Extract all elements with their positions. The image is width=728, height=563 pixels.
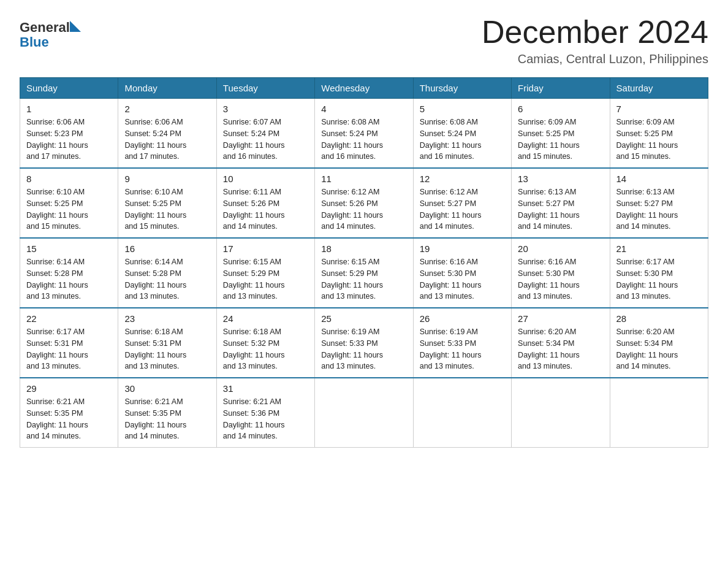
calendar-cell: 18 Sunrise: 6:15 AM Sunset: 5:29 PM Dayl… (315, 238, 413, 308)
logo-svg: General Blue (20, 15, 93, 48)
calendar-cell: 1 Sunrise: 6:06 AM Sunset: 5:23 PM Dayli… (20, 99, 118, 169)
day-info: Sunrise: 6:21 AM Sunset: 5:36 PM Dayligh… (223, 396, 308, 442)
day-number: 30 (124, 383, 210, 394)
calendar-header-friday: Friday (512, 78, 610, 99)
day-number: 16 (124, 243, 210, 254)
calendar-cell (610, 378, 708, 448)
calendar-cell: 28 Sunrise: 6:20 AM Sunset: 5:34 PM Dayl… (610, 308, 708, 378)
calendar-header-row: SundayMondayTuesdayWednesdayThursdayFrid… (20, 78, 708, 99)
day-number: 3 (223, 104, 308, 114)
day-info: Sunrise: 6:08 AM Sunset: 5:24 PM Dayligh… (321, 117, 406, 163)
day-number: 13 (518, 174, 603, 184)
day-number: 22 (26, 313, 112, 324)
calendar-cell: 7 Sunrise: 6:09 AM Sunset: 5:25 PM Dayli… (610, 99, 708, 169)
day-info: Sunrise: 6:10 AM Sunset: 5:25 PM Dayligh… (26, 186, 112, 232)
main-title: December 2024 (482, 15, 708, 50)
calendar-cell: 5 Sunrise: 6:08 AM Sunset: 5:24 PM Dayli… (413, 99, 511, 169)
day-number: 6 (518, 104, 603, 114)
calendar-cell: 13 Sunrise: 6:13 AM Sunset: 5:27 PM Dayl… (512, 168, 610, 238)
day-number: 10 (223, 174, 308, 184)
title-block: December 2024 Camias, Central Luzon, Phi… (482, 15, 708, 66)
day-number: 12 (420, 174, 505, 184)
day-info: Sunrise: 6:18 AM Sunset: 5:32 PM Dayligh… (223, 326, 308, 372)
day-number: 23 (124, 313, 210, 324)
day-number: 15 (26, 243, 112, 254)
day-info: Sunrise: 6:21 AM Sunset: 5:35 PM Dayligh… (26, 396, 112, 442)
day-info: Sunrise: 6:12 AM Sunset: 5:26 PM Dayligh… (321, 186, 406, 232)
calendar-cell: 27 Sunrise: 6:20 AM Sunset: 5:34 PM Dayl… (512, 308, 610, 378)
day-number: 31 (223, 383, 308, 394)
day-number: 24 (223, 313, 308, 324)
day-number: 8 (26, 174, 112, 184)
day-number: 28 (616, 313, 702, 324)
day-info: Sunrise: 6:15 AM Sunset: 5:29 PM Dayligh… (223, 256, 308, 302)
day-info: Sunrise: 6:06 AM Sunset: 5:23 PM Dayligh… (26, 117, 112, 163)
day-info: Sunrise: 6:19 AM Sunset: 5:33 PM Dayligh… (321, 326, 406, 372)
calendar-week-row: 8 Sunrise: 6:10 AM Sunset: 5:25 PM Dayli… (20, 168, 708, 238)
calendar-cell (315, 378, 413, 448)
day-info: Sunrise: 6:14 AM Sunset: 5:28 PM Dayligh… (124, 256, 210, 302)
calendar-cell: 9 Sunrise: 6:10 AM Sunset: 5:25 PM Dayli… (118, 168, 216, 238)
calendar-cell: 20 Sunrise: 6:16 AM Sunset: 5:30 PM Dayl… (512, 238, 610, 308)
logo: General Blue (20, 15, 93, 48)
day-info: Sunrise: 6:07 AM Sunset: 5:24 PM Dayligh… (223, 117, 308, 163)
calendar-table: SundayMondayTuesdayWednesdayThursdayFrid… (20, 77, 708, 448)
calendar-header-saturday: Saturday (610, 78, 708, 99)
calendar-header-wednesday: Wednesday (315, 78, 413, 99)
day-number: 19 (420, 243, 505, 254)
calendar-cell: 4 Sunrise: 6:08 AM Sunset: 5:24 PM Dayli… (315, 99, 413, 169)
calendar-header-thursday: Thursday (413, 78, 511, 99)
day-info: Sunrise: 6:16 AM Sunset: 5:30 PM Dayligh… (518, 256, 603, 302)
calendar-cell: 21 Sunrise: 6:17 AM Sunset: 5:30 PM Dayl… (610, 238, 708, 308)
day-number: 1 (26, 104, 112, 114)
calendar-cell: 23 Sunrise: 6:18 AM Sunset: 5:31 PM Dayl… (118, 308, 216, 378)
day-info: Sunrise: 6:19 AM Sunset: 5:33 PM Dayligh… (420, 326, 505, 372)
calendar-week-row: 1 Sunrise: 6:06 AM Sunset: 5:23 PM Dayli… (20, 99, 708, 169)
day-info: Sunrise: 6:17 AM Sunset: 5:30 PM Dayligh… (616, 256, 702, 302)
day-info: Sunrise: 6:10 AM Sunset: 5:25 PM Dayligh… (124, 186, 210, 232)
svg-marker-1 (70, 21, 81, 32)
day-number: 26 (420, 313, 505, 324)
day-number: 9 (124, 174, 210, 184)
calendar-cell: 25 Sunrise: 6:19 AM Sunset: 5:33 PM Dayl… (315, 308, 413, 378)
logo-text: General Blue (20, 15, 93, 48)
calendar-cell: 29 Sunrise: 6:21 AM Sunset: 5:35 PM Dayl… (20, 378, 118, 448)
calendar-cell: 16 Sunrise: 6:14 AM Sunset: 5:28 PM Dayl… (118, 238, 216, 308)
day-info: Sunrise: 6:13 AM Sunset: 5:27 PM Dayligh… (616, 186, 702, 232)
day-number: 11 (321, 174, 406, 184)
calendar-cell: 11 Sunrise: 6:12 AM Sunset: 5:26 PM Dayl… (315, 168, 413, 238)
calendar-cell: 30 Sunrise: 6:21 AM Sunset: 5:35 PM Dayl… (118, 378, 216, 448)
day-info: Sunrise: 6:20 AM Sunset: 5:34 PM Dayligh… (616, 326, 702, 372)
day-number: 29 (26, 383, 112, 394)
calendar-cell (413, 378, 511, 448)
calendar-cell: 26 Sunrise: 6:19 AM Sunset: 5:33 PM Dayl… (413, 308, 511, 378)
calendar-week-row: 29 Sunrise: 6:21 AM Sunset: 5:35 PM Dayl… (20, 378, 708, 448)
calendar-cell: 10 Sunrise: 6:11 AM Sunset: 5:26 PM Dayl… (216, 168, 314, 238)
day-number: 7 (616, 104, 702, 114)
day-number: 17 (223, 243, 308, 254)
calendar-week-row: 22 Sunrise: 6:17 AM Sunset: 5:31 PM Dayl… (20, 308, 708, 378)
calendar-header-tuesday: Tuesday (216, 78, 314, 99)
calendar-cell: 6 Sunrise: 6:09 AM Sunset: 5:25 PM Dayli… (512, 99, 610, 169)
day-info: Sunrise: 6:09 AM Sunset: 5:25 PM Dayligh… (616, 117, 702, 163)
calendar-cell: 15 Sunrise: 6:14 AM Sunset: 5:28 PM Dayl… (20, 238, 118, 308)
calendar-week-row: 15 Sunrise: 6:14 AM Sunset: 5:28 PM Dayl… (20, 238, 708, 308)
day-info: Sunrise: 6:15 AM Sunset: 5:29 PM Dayligh… (321, 256, 406, 302)
day-info: Sunrise: 6:20 AM Sunset: 5:34 PM Dayligh… (518, 326, 603, 372)
day-number: 27 (518, 313, 603, 324)
calendar-cell: 31 Sunrise: 6:21 AM Sunset: 5:36 PM Dayl… (216, 378, 314, 448)
calendar-cell: 19 Sunrise: 6:16 AM Sunset: 5:30 PM Dayl… (413, 238, 511, 308)
svg-text:Blue: Blue (20, 34, 49, 48)
day-number: 4 (321, 104, 406, 114)
calendar-header-sunday: Sunday (20, 78, 118, 99)
day-number: 21 (616, 243, 702, 254)
day-number: 18 (321, 243, 406, 254)
day-info: Sunrise: 6:17 AM Sunset: 5:31 PM Dayligh… (26, 326, 112, 372)
day-number: 25 (321, 313, 406, 324)
calendar-cell: 3 Sunrise: 6:07 AM Sunset: 5:24 PM Dayli… (216, 99, 314, 169)
day-number: 2 (124, 104, 210, 114)
calendar-cell: 22 Sunrise: 6:17 AM Sunset: 5:31 PM Dayl… (20, 308, 118, 378)
subtitle: Camias, Central Luzon, Philippines (482, 52, 708, 66)
calendar-cell (512, 378, 610, 448)
calendar-cell: 17 Sunrise: 6:15 AM Sunset: 5:29 PM Dayl… (216, 238, 314, 308)
